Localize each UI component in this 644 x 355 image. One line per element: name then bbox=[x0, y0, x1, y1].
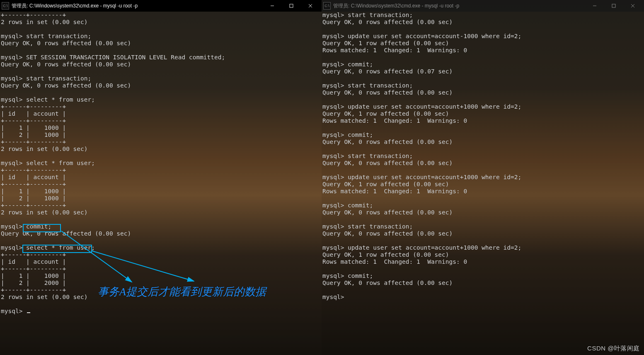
terminal-window-left: C:\ 管理员: C:\Windows\system32\cmd.exe - m… bbox=[0, 0, 322, 355]
terminal-output-right[interactable]: mysql> start transaction; Query OK, 0 ro… bbox=[322, 12, 644, 355]
close-button[interactable] bbox=[301, 0, 320, 12]
terminal-window-right: C:\ 管理员: C:\Windows\system32\cmd.exe - m… bbox=[322, 0, 644, 355]
titlebar-right[interactable]: C:\ 管理员: C:\Windows\system32\cmd.exe - m… bbox=[322, 0, 644, 12]
svg-rect-7 bbox=[612, 4, 615, 7]
cmd-icon: C:\ bbox=[323, 2, 331, 10]
maximize-button[interactable] bbox=[282, 0, 301, 12]
highlight-box-select bbox=[22, 245, 92, 253]
window-title-right: 管理员: C:\Windows\system32\cmd.exe - mysql… bbox=[333, 2, 585, 10]
minimize-button[interactable] bbox=[263, 0, 282, 12]
minimize-button[interactable] bbox=[585, 0, 604, 12]
svg-rect-1 bbox=[290, 4, 293, 7]
close-button[interactable] bbox=[623, 0, 642, 12]
watermark: CSDN @叶落闲庭 bbox=[587, 345, 640, 353]
highlight-box-commit bbox=[23, 224, 61, 232]
terminal-output-left[interactable]: +------+---------+ 2 rows in set (0.00 s… bbox=[0, 12, 322, 355]
cmd-icon: C:\ bbox=[2, 2, 9, 10]
window-controls-right bbox=[585, 0, 642, 12]
window-title-left: 管理员: C:\Windows\system32\cmd.exe - mysql… bbox=[12, 2, 263, 10]
titlebar-left[interactable]: C:\ 管理员: C:\Windows\system32\cmd.exe - m… bbox=[0, 0, 322, 12]
maximize-button[interactable] bbox=[604, 0, 623, 12]
window-controls-left bbox=[263, 0, 320, 12]
annotation-text: 事务A提交后才能看到更新后的数据 bbox=[98, 284, 266, 299]
